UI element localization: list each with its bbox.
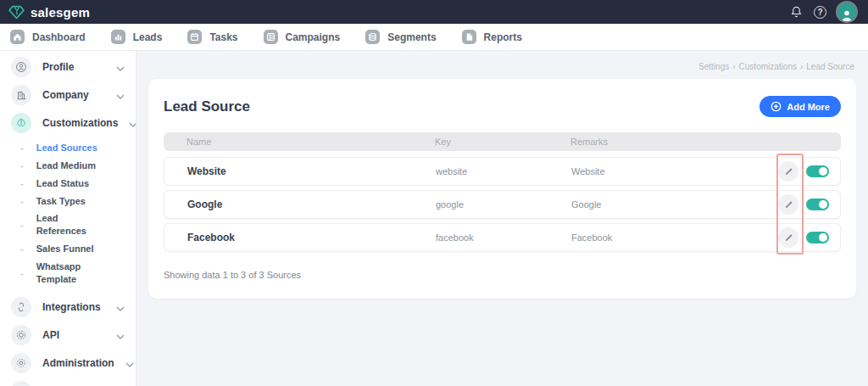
edit-pencil-icon[interactable] xyxy=(778,161,798,182)
breadcrumb-settings[interactable]: Settings xyxy=(698,62,729,71)
layers-icon xyxy=(365,30,380,44)
sidebar-subitem-lead-sources[interactable]: - Lead Sources xyxy=(0,139,136,157)
submenu-dash: - xyxy=(20,196,24,206)
calendar-icon xyxy=(187,30,202,44)
chevron-down-icon xyxy=(125,355,134,371)
nav-label: Segments xyxy=(387,31,436,43)
cell-key: google xyxy=(436,199,571,210)
nav-item-reports[interactable]: Reports xyxy=(462,30,522,44)
submenu-label: Lead References xyxy=(36,212,108,238)
nav-label: Campaigns xyxy=(286,31,341,43)
table-header: Name Key Remarks xyxy=(164,132,841,151)
enabled-toggle[interactable] xyxy=(806,165,829,177)
customizations-submenu: - Lead Sources - Lead Medium - Lead Stat… xyxy=(0,137,136,294)
table-row-facebook: Facebook facebook Facebook xyxy=(164,223,841,252)
enabled-toggle[interactable] xyxy=(806,232,829,243)
sidebar-item-label: Administration xyxy=(42,357,114,369)
api-gear-icon xyxy=(11,325,31,345)
sidebar-item-integrations[interactable]: Integrations xyxy=(0,294,136,322)
edit-pencil-icon[interactable] xyxy=(778,194,798,215)
chevron-down-icon xyxy=(129,115,136,131)
logo-text: salesgem xyxy=(31,5,90,20)
table-summary: Showing data 1 to 3 of 3 Sources xyxy=(164,270,841,280)
cell-name: Google xyxy=(187,199,436,210)
bell-icon[interactable] xyxy=(790,5,803,19)
submenu-dash: - xyxy=(20,268,24,278)
enabled-toggle[interactable] xyxy=(806,199,829,210)
sidebar-subitem-task-types[interactable]: - Task Types xyxy=(0,193,136,210)
app-logo[interactable]: salesgem xyxy=(8,5,90,20)
cell-key: facebook xyxy=(436,232,571,243)
chevron-down-icon xyxy=(116,299,125,315)
submenu-label: Lead Sources xyxy=(36,142,108,154)
nav-label: Dashboard xyxy=(32,31,86,43)
column-header-key: Key xyxy=(435,137,570,147)
edit-pencil-icon[interactable] xyxy=(778,227,798,248)
lead-source-card: Lead Source Add More Name Key Remarks We… xyxy=(148,79,856,299)
grid-icon xyxy=(264,30,278,44)
sidebar-item-customizations[interactable]: Customizations xyxy=(0,109,136,137)
topbar-actions: ? xyxy=(790,3,856,21)
nav-item-tasks[interactable]: Tasks xyxy=(187,30,237,44)
table-body: Website website Website Google google Go… xyxy=(164,157,841,252)
breadcrumb-current: Lead Source xyxy=(806,62,854,71)
breadcrumb-separator: › xyxy=(800,62,803,71)
nav-item-dashboard[interactable]: Dashboard xyxy=(10,30,86,44)
nav-label: Leads xyxy=(133,31,163,43)
sidebar-item-label: Customizations xyxy=(42,117,118,129)
brain-icon xyxy=(11,113,31,133)
sidebar-subitem-whatsapp-template[interactable]: - Whatsapp Template xyxy=(0,258,136,288)
sidebar-subitem-lead-references[interactable]: - Lead References xyxy=(0,210,136,240)
cell-remarks: Google xyxy=(571,199,778,210)
bar-chart-icon xyxy=(111,30,125,44)
main-content: Settings›Customizations›Lead Source Lead… xyxy=(136,51,868,386)
avatar[interactable] xyxy=(837,3,856,21)
cell-remarks: Facebook xyxy=(571,232,778,243)
submenu-dash: - xyxy=(20,160,24,171)
breadcrumb: Settings›Customizations›Lead Source xyxy=(148,62,854,71)
submenu-label: Whatsapp Template xyxy=(36,260,108,286)
building-icon xyxy=(11,85,31,105)
sidebar-subitem-lead-medium[interactable]: - Lead Medium xyxy=(0,157,136,175)
nav-item-campaigns[interactable]: Campaigns xyxy=(264,30,341,44)
submenu-dash: - xyxy=(20,220,24,230)
sidebar-item-profile[interactable]: Profile xyxy=(0,53,136,81)
help-icon[interactable]: ? xyxy=(814,6,826,19)
sidebar-item-billing[interactable]: Billing xyxy=(0,378,136,386)
sidebar-item-company[interactable]: Company xyxy=(0,81,136,109)
sidebar-item-label: Integrations xyxy=(42,301,105,313)
submenu-label: Lead Status xyxy=(36,177,108,190)
submenu-dash: - xyxy=(20,143,24,153)
nav-label: Reports xyxy=(484,31,522,43)
chevron-down-icon xyxy=(116,59,125,75)
submenu-label: Task Types xyxy=(36,195,108,208)
column-header-remarks: Remarks xyxy=(570,137,829,147)
chevron-down-icon xyxy=(116,327,125,343)
submenu-label: Lead Medium xyxy=(36,159,108,172)
settings-sidebar: Profile Company Customizations - Lead So… xyxy=(0,51,136,386)
add-more-button[interactable]: Add More xyxy=(760,96,841,117)
table-row-google: Google google Google xyxy=(164,190,841,219)
sidebar-item-label: API xyxy=(42,329,105,341)
file-icon xyxy=(462,30,476,44)
cell-key: website xyxy=(436,166,571,176)
nav-item-leads[interactable]: Leads xyxy=(111,30,163,44)
sidebar-item-administration[interactable]: Administration xyxy=(0,350,136,378)
add-more-label: Add More xyxy=(787,102,830,112)
chevron-down-icon xyxy=(116,87,125,103)
page-title: Lead Source xyxy=(164,98,250,115)
gem-logo-icon xyxy=(8,5,25,20)
sidebar-item-api[interactable]: API xyxy=(0,322,136,350)
sidebar-subitem-lead-status[interactable]: - Lead Status xyxy=(0,175,136,193)
submenu-dash: - xyxy=(20,243,24,254)
user-icon xyxy=(11,57,31,77)
submenu-label: Sales Funnel xyxy=(36,243,108,255)
nav-item-segments[interactable]: Segments xyxy=(365,30,436,44)
module-navbar: Dashboard Leads Tasks Campaigns Segments… xyxy=(0,24,868,51)
sidebar-item-label: Company xyxy=(42,89,105,101)
sidebar-subitem-sales-funnel[interactable]: - Sales Funnel xyxy=(0,240,136,258)
breadcrumb-customizations[interactable]: Customizations xyxy=(739,62,797,71)
plus-circle-icon xyxy=(771,101,782,112)
breadcrumb-separator: › xyxy=(732,62,735,71)
hook-icon xyxy=(11,297,31,317)
